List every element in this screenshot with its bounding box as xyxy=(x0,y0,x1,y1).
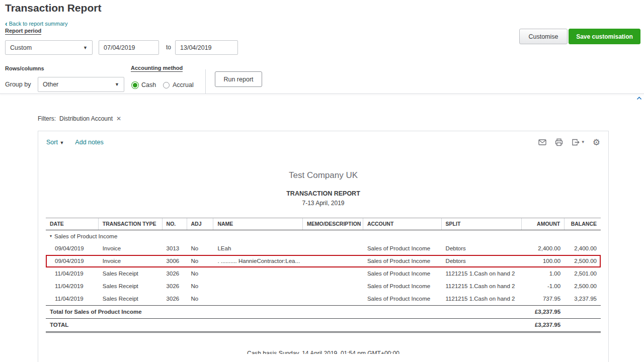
highlighted-table-row[interactable]: 09/04/2019 Invoice 3006 No . .......... … xyxy=(46,255,601,267)
cell-name: . .......... HannieContractor:Lea... xyxy=(213,255,303,267)
rows-columns-label: Rows/columns xyxy=(5,65,44,71)
section-total-row: Total for Sales of Product Income £3,237… xyxy=(46,305,601,318)
col-header-memo[interactable]: MEMO/DESCRIPTION xyxy=(303,218,363,230)
scroll-up-arrow[interactable] xyxy=(636,95,642,102)
report-card: Sort ▼ Add notes ▼ ⚙ Test Company UK TRA… xyxy=(38,131,609,362)
cell-memo xyxy=(303,267,363,280)
report-period-select[interactable]: Custom ▼ xyxy=(5,40,93,55)
cell-date: 09/04/2019 xyxy=(46,242,99,255)
col-header-balance[interactable]: BALANCE xyxy=(565,218,601,230)
cell-amount: 737.95 xyxy=(522,293,565,305)
save-customisation-button[interactable]: Save customisation xyxy=(569,29,640,44)
cell-amount: 100.00 xyxy=(522,255,565,267)
section-total-balance xyxy=(565,306,601,318)
report-period-label: Report period xyxy=(5,28,41,35)
group-by-label: Group by xyxy=(5,81,31,88)
cell-amount: 2,400.00 xyxy=(522,242,565,255)
cell-name: LEah xyxy=(213,242,303,255)
cell-memo xyxy=(303,280,363,293)
table-header-row: DATE TRANSACTION TYPE NO. ADJ NAME MEMO/… xyxy=(46,218,601,230)
run-report-button[interactable]: Run report xyxy=(215,71,262,87)
group-by-select[interactable]: Other ▼ xyxy=(38,77,124,92)
table-row[interactable]: 11/04/2019 Sales Receipt 3026 No Sales o… xyxy=(46,267,601,280)
customise-button[interactable]: Customise xyxy=(519,29,568,44)
grand-total-label: TOTAL xyxy=(46,319,522,331)
cash-radio[interactable]: Cash xyxy=(132,81,156,88)
col-header-name[interactable]: NAME xyxy=(213,218,303,230)
chevron-down-icon: ▼ xyxy=(115,82,119,87)
col-header-account[interactable]: ACCOUNT xyxy=(363,218,442,230)
cell-date: 09/04/2019 xyxy=(46,255,99,267)
settings-gear-icon[interactable]: ⚙ xyxy=(593,138,600,147)
accrual-radio[interactable]: Accrual xyxy=(163,81,194,88)
cell-adj: No xyxy=(187,255,214,267)
table-row[interactable]: 11/04/2019 Sales Receipt 3026 No Sales o… xyxy=(46,280,601,293)
cell-account: Sales of Product Income xyxy=(363,280,442,293)
accrual-radio-label: Accrual xyxy=(173,81,194,88)
col-header-adj[interactable]: ADJ xyxy=(187,218,214,230)
cell-memo xyxy=(303,293,363,305)
back-to-summary-link[interactable]: ‹ Back to report summary xyxy=(5,21,67,27)
divider xyxy=(0,94,644,94)
grand-total-row: TOTAL £3,237.95 xyxy=(46,318,601,333)
section-label: Sales of Product Income xyxy=(54,230,117,242)
cell-no: 3013 xyxy=(163,242,187,255)
report-date-range: 7-13 April, 2019 xyxy=(38,200,608,207)
cell-balance: 2,500.00 xyxy=(565,255,601,267)
group-by-value: Other xyxy=(43,81,58,88)
radio-unselected-icon xyxy=(163,82,170,88)
report-toolbar: Sort ▼ Add notes ▼ ⚙ xyxy=(38,136,608,148)
date-from-input[interactable] xyxy=(99,40,159,55)
cell-name xyxy=(213,267,303,280)
cell-account: Sales of Product Income xyxy=(363,242,442,255)
col-header-split[interactable]: SPLIT xyxy=(442,218,522,230)
cash-radio-label: Cash xyxy=(141,81,156,88)
cell-no: 3006 xyxy=(163,255,187,267)
cell-date: 11/04/2019 xyxy=(46,267,99,280)
chevron-down-icon: ▼ xyxy=(59,140,64,145)
col-header-date[interactable]: DATE xyxy=(46,218,99,230)
chevron-down-icon: ▼ xyxy=(83,45,88,50)
date-to-input[interactable] xyxy=(175,40,238,55)
cell-balance: 3,237.95 xyxy=(565,293,601,305)
cell-amount: -1.00 xyxy=(522,280,565,293)
export-icon[interactable]: ▼ xyxy=(571,138,585,147)
add-notes-link[interactable]: Add notes xyxy=(75,139,103,146)
cell-date: 11/04/2019 xyxy=(46,293,99,305)
cell-no: 3026 xyxy=(163,267,187,280)
section-total-amount: £3,237.95 xyxy=(522,306,565,318)
cell-type: Invoice xyxy=(99,255,163,267)
grand-total-balance xyxy=(565,319,601,331)
back-chevron-icon: ‹ xyxy=(5,21,8,26)
table-row[interactable]: 11/04/2019 Sales Receipt 3026 No Sales o… xyxy=(46,293,601,305)
col-header-transaction-type[interactable]: TRANSACTION TYPE xyxy=(99,218,163,230)
to-label: to xyxy=(166,44,171,51)
cell-account: Sales of Product Income xyxy=(363,293,442,305)
remove-filter-icon[interactable]: ✕ xyxy=(116,115,121,122)
cell-type: Sales Receipt xyxy=(99,267,163,280)
section-total-label: Total for Sales of Product Income xyxy=(46,306,522,318)
print-icon[interactable] xyxy=(554,138,564,147)
email-icon[interactable] xyxy=(538,138,547,147)
divider xyxy=(205,69,206,94)
col-header-amount[interactable]: AMOUNT xyxy=(522,218,565,230)
report-footer-note: Cash basis Sunday, 14 April 2019, 01:54 … xyxy=(38,350,608,354)
filters-row: Filters: Distribution Account ✕ xyxy=(38,115,121,122)
cell-no: 3026 xyxy=(163,280,187,293)
report-title: TRANSACTION REPORT xyxy=(38,190,608,197)
cell-adj: No xyxy=(187,267,214,280)
page-title: Transaction Report xyxy=(5,2,101,14)
col-header-no[interactable]: NO. xyxy=(163,218,187,230)
cell-amount: 1.00 xyxy=(522,267,565,280)
accounting-method-label: Accounting method xyxy=(131,65,183,72)
back-link-label: Back to report summary xyxy=(9,21,68,27)
cell-adj: No xyxy=(187,293,214,305)
company-name: Test Company UK xyxy=(38,170,608,180)
cell-name xyxy=(213,293,303,305)
sort-dropdown[interactable]: Sort ▼ xyxy=(46,139,64,146)
collapse-triangle-icon[interactable]: ▾ xyxy=(50,230,52,242)
table-row[interactable]: 09/04/2019 Invoice 3013 No LEah Sales of… xyxy=(46,242,601,255)
grand-total-amount: £3,237.95 xyxy=(522,319,565,331)
cell-type: Invoice xyxy=(99,242,163,255)
cell-adj: No xyxy=(187,242,214,255)
